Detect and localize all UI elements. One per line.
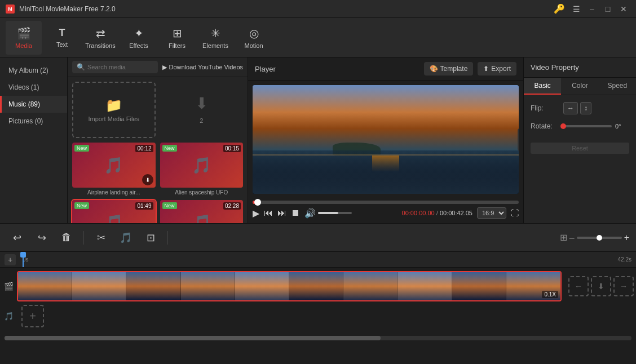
video-track-area[interactable]: 0.1X	[17, 270, 566, 303]
export-button[interactable]: ⬆ Export	[478, 62, 516, 76]
toolbar-filters-label: Filters	[169, 42, 186, 49]
download-youtube-button[interactable]: ▶ Download YouTube Videos	[162, 64, 244, 71]
time-total: 00:00:42.05	[440, 210, 472, 216]
progress-bar[interactable]	[253, 201, 519, 204]
progress-handle[interactable]	[254, 199, 261, 206]
film-frame-7	[343, 272, 398, 300]
next-frame-button[interactable]: ⏭	[277, 208, 286, 218]
media-item-3[interactable]: New 🎵 01:49 ⬇ Drive breakbeat	[72, 200, 156, 223]
toolbar-text-label: Text	[56, 41, 68, 48]
media-item-2[interactable]: New 🎵 00:15 Alien spaceship UFO	[160, 143, 244, 196]
toolbar-separator-1	[83, 231, 84, 245]
aspect-ratio-select[interactable]: 16:9	[477, 207, 506, 219]
fullscreen-button[interactable]: ⛶	[511, 208, 519, 217]
zoom-slider[interactable]	[577, 237, 622, 239]
property-content: Flip: ↔ ↕ Rotate: 0° Reset	[524, 95, 636, 223]
new-badge-2: New	[162, 145, 177, 152]
media-item-1[interactable]: New 🎵 00:12 ⬇ Airplane landing air...	[72, 143, 156, 196]
timeline: + 0s 42.2s 🎬	[0, 251, 636, 341]
flip-label: Flip:	[531, 104, 559, 112]
reset-button[interactable]: Reset	[531, 143, 629, 154]
close-button[interactable]: ✕	[617, 2, 630, 16]
search-input[interactable]	[87, 64, 153, 70]
maximize-button[interactable]: □	[601, 2, 615, 16]
play-button[interactable]: ▶	[253, 208, 259, 219]
tab-speed[interactable]: Speed	[599, 78, 636, 95]
cut-button[interactable]: ✂	[91, 228, 111, 248]
toolbar-item-media[interactable]: 🎬 Media	[6, 21, 42, 55]
sidebar-item-pictures[interactable]: Pictures (0)	[0, 113, 67, 130]
app-icon: M	[6, 5, 15, 14]
toolbar-media-label: Media	[15, 42, 32, 49]
track-action-right[interactable]: →	[613, 276, 634, 296]
toolbar-item-effects[interactable]: ✦ Effects	[121, 21, 157, 55]
toolbar-item-filters[interactable]: ⊞ Filters	[159, 21, 195, 55]
timeline-scrollbar[interactable]	[5, 336, 631, 340]
add-media-button[interactable]: +	[5, 254, 16, 265]
text-icon: T	[59, 27, 65, 39]
toolbar-effects-label: Effects	[129, 42, 148, 49]
volume-button[interactable]: 🔊	[304, 208, 316, 219]
audio-button[interactable]: 🎵	[116, 228, 136, 248]
tab-color[interactable]: Color	[561, 78, 598, 95]
download-btn-1[interactable]: ⬇	[142, 174, 153, 185]
redo-button[interactable]: ↪	[32, 228, 52, 248]
toolbar-item-text[interactable]: T Text	[44, 21, 80, 55]
search-box[interactable]: 🔍	[72, 61, 158, 73]
delete-button[interactable]: 🗑	[56, 228, 77, 248]
volume-fill	[318, 212, 338, 214]
music-add-area: +	[17, 303, 46, 330]
media-item-4[interactable]: New 🎵 02:28 For future bass	[160, 200, 244, 223]
toolbar-item-motion[interactable]: ◎ Motion	[236, 21, 272, 55]
template-icon: 🎨	[430, 65, 438, 73]
media-thumb-3: New 🎵 01:49 ⬇	[72, 200, 156, 223]
download-count: 2	[197, 115, 205, 126]
rotate-slider[interactable]	[563, 125, 612, 127]
player-area: Player 🎨 Template ⬆ Export	[248, 57, 523, 223]
crop-button[interactable]: ⊡	[140, 228, 161, 248]
prev-frame-button[interactable]: ⏮	[264, 208, 273, 218]
add-music-track-button[interactable]: +	[21, 305, 44, 327]
minimize-button[interactable]: –	[585, 2, 599, 16]
video-track-label: 🎬	[0, 282, 17, 291]
timeline-tracks: 🎬	[0, 268, 636, 335]
key-icon: 🔑	[554, 3, 565, 14]
time-current: 00:00:00.00	[402, 210, 435, 216]
zoom-in-button[interactable]: +	[624, 233, 629, 243]
toolbar-item-transitions[interactable]: ⇄ Transitions	[82, 21, 118, 55]
time-display: 00:00:00.00 / 00:00:42.05	[356, 210, 472, 216]
duration-1: 00:12	[135, 145, 153, 152]
rotate-handle	[560, 123, 566, 129]
film-frame-1	[18, 272, 72, 300]
film-frame-3	[126, 272, 180, 300]
import-box[interactable]: 📁 Import Media Files	[72, 82, 156, 138]
sidebar-item-videos[interactable]: Videos (1)	[0, 79, 67, 96]
controls-row: ▶ ⏮ ⏭ ⏹ 🔊 00:00:00.00 / 00:00:42.05 16:9	[253, 207, 519, 219]
video-track[interactable]: 0.1X	[17, 271, 562, 301]
sidebar-item-music[interactable]: Music (89)	[0, 96, 67, 113]
panel-collapse-arrow[interactable]: ◀	[518, 128, 519, 151]
track-action-left[interactable]: ←	[568, 276, 589, 296]
flip-horizontal-button[interactable]: ↔	[563, 102, 578, 114]
undo-button[interactable]: ↩	[7, 228, 27, 248]
volume-slider[interactable]	[318, 212, 352, 214]
film-frame-9	[452, 272, 506, 300]
toolbar-motion-label: Motion	[244, 42, 263, 49]
stop-button[interactable]: ⏹	[291, 208, 300, 218]
track-action-down[interactable]: ⬇	[591, 276, 611, 296]
track-right-actions: ← ⬇ →	[566, 276, 636, 296]
sidebar-item-my-album[interactable]: My Album (2)	[0, 62, 67, 79]
menu-button[interactable]: ☰	[569, 2, 583, 16]
duration-4: 02:28	[223, 202, 241, 210]
media-name-2: Alien spaceship UFO	[160, 189, 244, 196]
toolbar-item-elements[interactable]: ✳ Elements	[197, 21, 233, 55]
search-icon: 🔍	[77, 63, 85, 71]
scrollbar-thumb	[5, 336, 381, 340]
flip-vertical-button[interactable]: ↕	[580, 102, 591, 114]
import-text: Import Media Files	[89, 116, 139, 122]
media-thumb-4: New 🎵 02:28	[160, 200, 244, 223]
zoom-controls: ⊞ – +	[560, 232, 629, 243]
template-button[interactable]: 🎨 Template	[424, 62, 474, 76]
zoom-out-button[interactable]: –	[569, 233, 575, 243]
tab-basic[interactable]: Basic	[524, 78, 561, 95]
